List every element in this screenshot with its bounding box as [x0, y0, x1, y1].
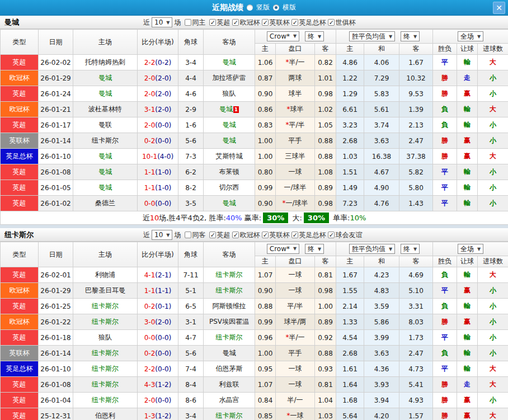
home-team-cell: 伯恩利 [73, 408, 138, 420]
league-filter[interactable]: ✓英联杯 [262, 18, 289, 27]
avg-lose-cell: 37.38 [399, 149, 433, 164]
wdl-avg-select[interactable]: 胜平负均值▼ [349, 31, 395, 41]
avg-draw-cell: 4.67 [364, 164, 399, 180]
full-match-select[interactable]: 全场▼ [458, 244, 483, 254]
score-cell: 0-0(0-0) [138, 330, 178, 346]
bookmaker-select[interactable]: Crow*▼ [267, 31, 299, 41]
league-type-cell: 欧冠杯 [1, 283, 39, 299]
league-filter[interactable]: ✓世俱杯 [328, 18, 355, 27]
score-cell: 1-1(1-1) [138, 283, 178, 299]
result-cell: 平 [433, 330, 457, 346]
summary-part: 10% [350, 214, 366, 222]
horizontal-view-label[interactable]: 横版 [283, 3, 296, 12]
result-cell: 平 [433, 196, 457, 211]
league-filter[interactable]: ✓英足总杯 [291, 230, 326, 240]
league-filter[interactable]: ✓英足总杯 [291, 18, 326, 27]
chevron-down-icon: ▼ [389, 34, 392, 39]
home-team-cell: 曼城 [73, 86, 138, 102]
checkbox-checked-icon[interactable]: ✓ [328, 19, 335, 26]
checkbox-unchecked-icon[interactable] [185, 232, 191, 238]
col-date: 日期 [39, 30, 73, 55]
away-team-cell: 曼城 [204, 117, 255, 133]
league-filter[interactable]: ✓英联杯 [262, 230, 289, 240]
league-filter-label: 世俱杯 [335, 18, 355, 27]
handicap-result-cell: 輸 [457, 55, 478, 70]
result-cell: 勝 [433, 377, 457, 393]
handicap-cell: *一/球半 [276, 196, 315, 211]
corner-cell: 4-4 [178, 70, 204, 86]
wdl-time-select[interactable]: 终▼ [401, 244, 420, 254]
league-filter[interactable]: ✓欧冠杯 [232, 18, 260, 27]
full-match-select[interactable]: 全场▼ [458, 31, 483, 41]
same-venue-filter[interactable]: 同客 [185, 230, 205, 240]
checkbox-checked-icon[interactable]: ✓ [262, 19, 269, 26]
results-table: 类型 日期 主场 比分(半场) 角球 客场 Crow*▼ 终▼ 胜平负均值▼ 终… [0, 29, 508, 225]
handicap-away-odds-cell: 0.81 [315, 267, 336, 283]
handicap-home-odds-cell: 1.07 [255, 267, 276, 283]
checkbox-checked-icon[interactable]: ✓ [291, 232, 298, 238]
vertical-view-label[interactable]: 竖版 [256, 3, 270, 12]
league-type-cell: 英超 [1, 330, 39, 346]
league-type-cell: 英超 [1, 393, 39, 408]
sections-container: 曼城 近 10 ▼ 场 同主 ✓英超✓欧冠杯✓英联杯✓英足总杯✓世俱杯 [0, 16, 508, 420]
summary-part: 胜率: [209, 214, 225, 222]
halftime-score: (0-0) [155, 397, 171, 404]
table-row: 英超26-02-01利物浦4-1(2-1)7-11纽卡斯尔1.07一球0.811… [1, 267, 508, 283]
recent-count-select[interactable]: 10 ▼ [152, 17, 172, 27]
avg-lose-cell: 2.13 [399, 117, 433, 133]
league-filter[interactable]: ✓欧冠杯 [232, 230, 260, 240]
date-cell: 26-01-05 [39, 180, 73, 196]
league-filter[interactable]: ✓球会友谊 [328, 230, 362, 240]
bookmaker-select[interactable]: Crow*▼ [267, 244, 299, 254]
league-type-cell: 英超 [1, 86, 39, 102]
col-score: 比分(半场) [138, 30, 178, 55]
same-venue-filter[interactable]: 同主 [185, 18, 205, 27]
checkbox-checked-icon[interactable]: ✓ [232, 232, 239, 238]
table-row: 英超26-01-24曼城2-0(2-0)4-6狼队0.90球半0.981.295… [1, 86, 508, 102]
avg-draw-cell: 4.20 [364, 408, 399, 420]
league-badge: 英超 [1, 86, 38, 101]
handicap-time-select[interactable]: 终▼ [305, 31, 324, 41]
table-row: 英联杯26-01-14纽卡斯尔0-2(0-0)5-6曼城1.00平手0.882.… [1, 346, 508, 361]
handicap-home-odds-cell: 1.00 [255, 346, 276, 361]
away-team-cell: 加拉塔萨雷 [204, 70, 255, 86]
corner-cell: 8-4 [178, 377, 204, 393]
avg-win-cell: 1.03 [336, 149, 364, 164]
league-filter[interactable]: ✓英超 [209, 230, 230, 240]
recent-results-modal: 近期战绩 竖版 横版 ✕ 曼城 近 10 ▼ 场 同主 ✓英超✓欧冠杯✓英 [0, 0, 508, 420]
away-team-name: 阿斯顿维拉 [213, 302, 246, 310]
wdl-avg-value: 胜平负均值 [352, 244, 385, 254]
league-filter[interactable]: ✓英超 [209, 18, 230, 27]
fulltime-score: 2-0 [144, 397, 156, 404]
wdl-time-select[interactable]: 终▼ [401, 31, 420, 41]
handicap-result-cell: 赢 [457, 149, 478, 164]
halftime-score: (1-1) [155, 287, 171, 295]
checkbox-unchecked-icon[interactable] [185, 19, 191, 26]
avg-lose-cell: 1.43 [399, 196, 433, 211]
close-button[interactable]: ✕ [493, 2, 505, 14]
corner-cell: 5-6 [178, 133, 204, 149]
league-type-cell: 英超 [1, 299, 39, 314]
checkbox-checked-icon[interactable]: ✓ [291, 19, 298, 26]
subcol-handicap: 盘口 [276, 44, 315, 55]
checkbox-checked-icon[interactable]: ✓ [209, 232, 216, 238]
wdl-avg-select[interactable]: 胜平负均值▼ [349, 244, 395, 254]
recent-count-select[interactable]: 10 ▼ [152, 230, 172, 240]
league-filter-label: 英足总杯 [299, 230, 326, 240]
handicap-time-select[interactable]: 终▼ [305, 244, 324, 254]
avg-win-cell: 1.55 [336, 283, 364, 299]
checkbox-checked-icon[interactable]: ✓ [328, 232, 335, 238]
checkbox-checked-icon[interactable]: ✓ [232, 19, 239, 26]
checkbox-checked-icon[interactable]: ✓ [209, 19, 216, 26]
table-row: 欧冠杯26-01-21波杜基林特3-1(2-0)2-9曼城10.86*球半1.0… [1, 102, 508, 117]
vertical-view-radio[interactable] [247, 4, 253, 11]
home-team-cell: 巴黎圣日耳曼 [73, 283, 138, 299]
horizontal-view-radio[interactable] [273, 4, 279, 11]
league-badge: 英超 [1, 377, 38, 392]
league-type-cell: 英超 [1, 117, 39, 133]
goals-result-cell: 大 [478, 408, 508, 420]
checkbox-checked-icon[interactable]: ✓ [262, 232, 269, 238]
avg-lose-cell: 9.53 [399, 86, 433, 102]
avg-draw-cell: 5.61 [364, 102, 399, 117]
handicap-star: * [282, 199, 285, 207]
